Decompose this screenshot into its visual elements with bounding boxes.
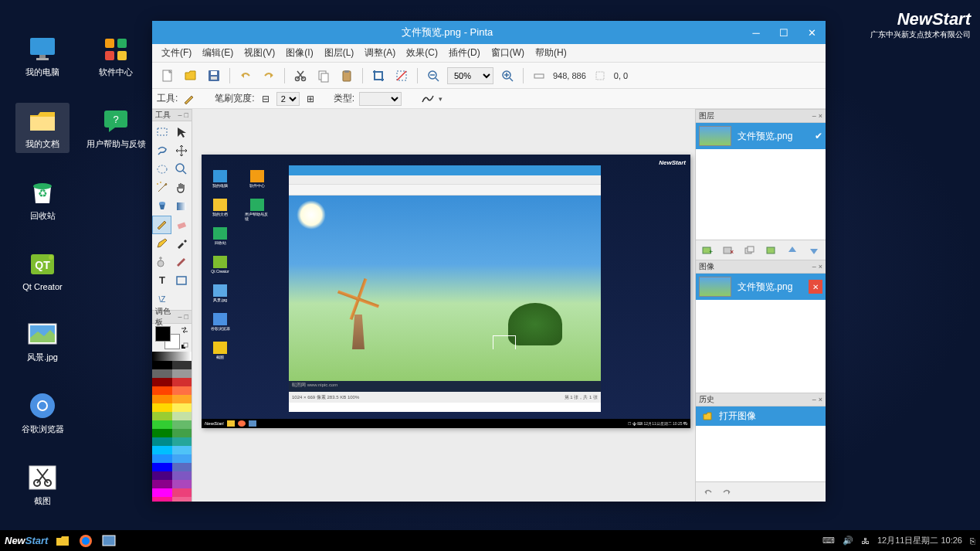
desktop-icon-folder[interactable]: 我的文档 bbox=[15, 103, 70, 153]
color-swatch[interactable] bbox=[152, 386, 172, 395]
color-swatch[interactable] bbox=[152, 497, 172, 502]
desktop-icon-apps[interactable]: 软件中心 bbox=[89, 31, 143, 81]
foreground-color-swatch[interactable] bbox=[155, 326, 171, 342]
history-undo-button[interactable] bbox=[702, 486, 714, 498]
close-image-button[interactable]: ✕ bbox=[809, 280, 822, 294]
tool-text[interactable]: T bbox=[152, 271, 171, 290]
redo-button[interactable] bbox=[259, 66, 278, 85]
color-swatch[interactable] bbox=[172, 369, 192, 378]
new-file-button[interactable] bbox=[158, 66, 177, 85]
tool-bucket[interactable] bbox=[152, 197, 171, 216]
desktop-icon-image[interactable]: 风景.jpg bbox=[15, 316, 70, 366]
desktop-icon-qt[interactable]: QTQt Creator bbox=[15, 247, 70, 294]
tool-move[interactable] bbox=[172, 141, 192, 160]
antialias-icon[interactable] bbox=[422, 94, 434, 104]
tool-magic-wand[interactable] bbox=[152, 179, 171, 197]
save-button[interactable] bbox=[205, 66, 223, 85]
color-swatch[interactable] bbox=[152, 480, 172, 488]
color-swatch[interactable] bbox=[152, 463, 172, 471]
menu-D[interactable]: 插件(D) bbox=[444, 45, 485, 61]
grayscale-row[interactable] bbox=[152, 352, 192, 361]
deselect-button[interactable] bbox=[392, 66, 411, 85]
color-swatch[interactable] bbox=[152, 488, 172, 497]
layer-up-button[interactable] bbox=[786, 244, 799, 257]
tool-rect-select[interactable] bbox=[152, 123, 171, 141]
color-swatch[interactable] bbox=[172, 463, 192, 471]
color-swatch[interactable] bbox=[172, 395, 192, 403]
color-swatch[interactable] bbox=[172, 361, 192, 369]
brush-width-select[interactable]: 2 bbox=[276, 92, 300, 106]
color-swatch[interactable] bbox=[172, 386, 192, 395]
history-item[interactable]: 打开图像 bbox=[696, 406, 826, 426]
menu-I[interactable]: 图像(I) bbox=[281, 45, 317, 61]
tool-brush[interactable] bbox=[152, 216, 171, 234]
show-desktop-icon[interactable]: ⎘ bbox=[970, 536, 975, 546]
taskbar-files-icon[interactable] bbox=[54, 532, 71, 549]
tool-eraser[interactable] bbox=[172, 216, 192, 234]
color-swatch[interactable] bbox=[152, 471, 172, 480]
color-swatch[interactable] bbox=[172, 412, 192, 420]
color-swatch[interactable] bbox=[152, 437, 172, 446]
menu-E[interactable]: 编辑(E) bbox=[198, 45, 238, 61]
layer-item[interactable]: 文件预览.png ✔ bbox=[696, 123, 826, 149]
paste-button[interactable] bbox=[337, 66, 356, 85]
color-swatch[interactable] bbox=[172, 497, 192, 502]
menu-W[interactable]: 窗口(W) bbox=[487, 45, 529, 61]
close-button[interactable]: ✕ bbox=[798, 21, 826, 44]
default-colors-icon[interactable] bbox=[181, 342, 188, 350]
color-swatch[interactable] bbox=[152, 378, 172, 386]
menu-C[interactable]: 效果(C) bbox=[402, 45, 443, 61]
zoom-select[interactable]: 50% bbox=[447, 67, 493, 84]
palette-panel-header[interactable]: 调色板 –□ bbox=[152, 310, 192, 324]
add-layer-button[interactable]: + bbox=[701, 244, 714, 257]
tool-pencil[interactable] bbox=[152, 234, 171, 253]
color-swatch[interactable] bbox=[152, 403, 172, 412]
color-swatch[interactable] bbox=[172, 488, 192, 497]
images-panel-header[interactable]: 图像 –× bbox=[696, 260, 826, 274]
color-swatch[interactable] bbox=[172, 437, 192, 446]
tool-ellipse-select[interactable] bbox=[152, 160, 171, 179]
color-swatch[interactable] bbox=[152, 369, 172, 378]
copy-button[interactable] bbox=[314, 66, 333, 85]
taskbar-firefox-icon[interactable] bbox=[77, 532, 94, 549]
menu-F[interactable]: 文件(F) bbox=[157, 45, 196, 61]
menu-H[interactable]: 帮助(H) bbox=[531, 45, 571, 61]
swap-colors-icon[interactable] bbox=[181, 326, 188, 334]
zoom-out-button[interactable] bbox=[424, 66, 443, 85]
color-swatch[interactable] bbox=[172, 446, 192, 454]
color-swatch[interactable] bbox=[152, 395, 172, 403]
desktop-icon-trash[interactable]: ♻回收站 bbox=[15, 175, 70, 225]
titlebar[interactable]: 文件预览.png - Pinta ─ ☐ ✕ bbox=[152, 21, 826, 44]
color-swatch[interactable] bbox=[172, 480, 192, 488]
merge-layer-button[interactable] bbox=[765, 244, 778, 257]
brush-type-select[interactable] bbox=[359, 92, 402, 106]
color-swatch[interactable] bbox=[172, 429, 192, 437]
tool-shapes[interactable] bbox=[172, 271, 192, 290]
canvas-area[interactable]: 我的电脑 我的文档 回收站 Qt Creator 风景.jpg 谷歌浏览器 截图… bbox=[192, 109, 695, 502]
clock[interactable]: 12月11日星期二 10:26 bbox=[877, 535, 962, 546]
open-file-button[interactable] bbox=[181, 66, 200, 85]
tool-clone[interactable] bbox=[152, 253, 171, 271]
desktop-icon-monitor[interactable]: 我的电脑 bbox=[15, 31, 70, 81]
color-swatch[interactable] bbox=[172, 454, 192, 463]
desktop-icon-chrome[interactable]: 谷歌浏览器 bbox=[15, 388, 70, 438]
desktop-icon-help[interactable]: ?用户帮助与反馈 bbox=[89, 103, 143, 153]
tool-move-select[interactable] bbox=[172, 123, 192, 141]
tool-gradient[interactable] bbox=[172, 197, 192, 216]
layer-down-button[interactable] bbox=[808, 244, 820, 257]
crop-button[interactable] bbox=[369, 66, 388, 85]
delete-layer-button[interactable]: × bbox=[722, 244, 734, 257]
color-swatch[interactable] bbox=[152, 412, 172, 420]
tool-pan[interactable] bbox=[172, 179, 192, 197]
tool-recolor[interactable] bbox=[172, 253, 192, 271]
color-swatch[interactable] bbox=[172, 378, 192, 386]
tool-zoom[interactable] bbox=[172, 160, 192, 179]
taskbar-pinta-icon[interactable] bbox=[100, 532, 117, 549]
color-swatch[interactable] bbox=[152, 429, 172, 437]
color-swatch[interactable] bbox=[152, 420, 172, 429]
color-swatch[interactable] bbox=[152, 361, 172, 369]
maximize-button[interactable]: ☐ bbox=[770, 21, 798, 44]
tool-picker[interactable] bbox=[172, 234, 192, 253]
undo-button[interactable] bbox=[236, 66, 255, 85]
color-swatch[interactable] bbox=[152, 446, 172, 454]
